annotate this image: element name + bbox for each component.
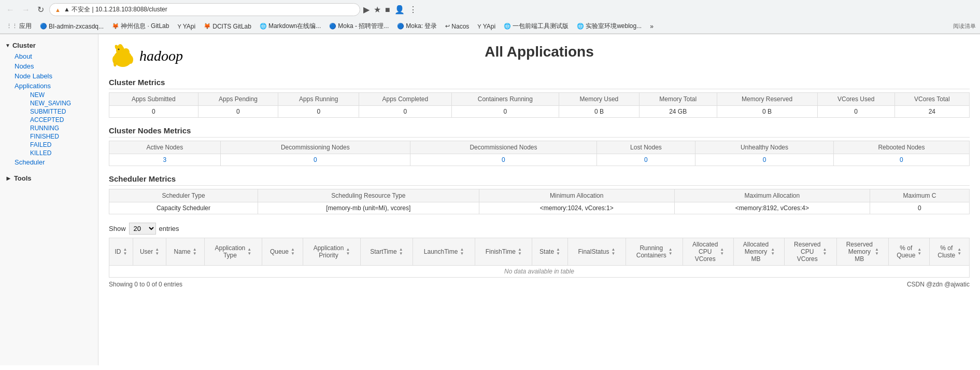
- bookmark-lab-weblog[interactable]: 🌐 实验室环境weblog...: [575, 21, 644, 32]
- sidebar-sublink-failed[interactable]: FAILED: [25, 141, 98, 149]
- th-running-containers[interactable]: RunningContainers▲▼: [626, 238, 683, 266]
- sidebar-tools-header[interactable]: ► Tools: [0, 172, 98, 184]
- th-application-type[interactable]: ApplicationType▲▼: [204, 238, 262, 266]
- bi-icon: 🔵: [40, 23, 47, 30]
- sidebar-cluster-label: Cluster: [12, 42, 36, 49]
- th-user[interactable]: User▲▼: [133, 238, 166, 266]
- th-id[interactable]: ID▲▼: [109, 238, 133, 266]
- cluster-nodes-metrics-wrapper: Active Nodes Decommissioning Nodes Decom…: [109, 141, 970, 169]
- th-state[interactable]: State▲▼: [532, 238, 567, 266]
- nacos-icon: ↩: [445, 23, 450, 30]
- more-bookmarks-label: »: [650, 23, 654, 30]
- applications-table-wrapper: ID▲▼ User▲▼ Name▲▼ ApplicationType▲▼ Que: [109, 238, 970, 278]
- sidebar-sublink-finished[interactable]: FINISHED: [25, 132, 98, 141]
- th-maximum-allocation: Maximum Allocation: [674, 189, 870, 202]
- forward-button[interactable]: →: [20, 4, 32, 16]
- header-area: hadoop All Applications: [109, 39, 970, 73]
- lost-nodes-link[interactable]: 0: [644, 156, 648, 163]
- th-active-nodes: Active Nodes: [109, 141, 221, 154]
- td-minimum-allocation: <memory:1024, vCores:1>: [479, 202, 674, 214]
- decommissioning-nodes-link[interactable]: 0: [314, 156, 317, 163]
- menu-icon[interactable]: ⋮: [409, 5, 417, 15]
- th-pct-cluster[interactable]: % ofCluste▲▼: [930, 238, 970, 266]
- bookmark-apps[interactable]: ⋮⋮ 应用: [4, 21, 34, 32]
- sidebar-link-applications[interactable]: Applications: [9, 81, 98, 91]
- sidebar-sublink-accepted[interactable]: ACCEPTED: [25, 116, 98, 124]
- th-finish-time[interactable]: FinishTime▲▼: [475, 238, 532, 266]
- security-icon: ▲: [55, 7, 61, 13]
- reload-button[interactable]: ↻: [35, 4, 46, 16]
- bookmarks-bar: ⋮⋮ 应用 🔵 BI-admin-zxcasdq... 🦊 神州信息 · Git…: [0, 19, 980, 34]
- cast-icon[interactable]: ▶: [363, 5, 370, 15]
- th-apps-completed: Apps Completed: [359, 93, 451, 106]
- td-memory-reserved: 0 B: [717, 106, 817, 118]
- th-queue[interactable]: Queue▲▼: [262, 238, 303, 266]
- profile-icon[interactable]: 👤: [394, 5, 405, 15]
- tools-arrow-icon: ►: [5, 174, 12, 182]
- scheduler-metrics-wrapper: Scheduler Type Scheduling Resource Type …: [109, 189, 970, 217]
- th-reserved-cpu-vcores[interactable]: ReservedCPUVCores▲▼: [784, 238, 836, 266]
- th-application-priority[interactable]: ApplicationPriority▲▼: [303, 238, 361, 266]
- sidebar-sublink-killed[interactable]: KILLED: [25, 149, 98, 157]
- th-allocated-memory-mb[interactable]: AllocatedMemoryMB▲▼: [734, 238, 785, 266]
- bookmark-yapi1[interactable]: Y YApi: [175, 22, 197, 31]
- browser-toolbar: ← → ↻ ▲ ▲ 不安全 | 10.1.218.103:8088/cluste…: [0, 0, 980, 19]
- show-entries: Show 10 20 50 100 entries: [109, 223, 970, 235]
- sidebar-link-nodes[interactable]: Nodes: [9, 61, 98, 71]
- rebooted-nodes-link[interactable]: 0: [900, 156, 903, 163]
- bookmark-markdown[interactable]: 🌐 Markdown在线编...: [258, 21, 323, 32]
- td-active-nodes: 3: [109, 154, 221, 166]
- reader-mode-icon[interactable]: 阅读清单: [953, 22, 976, 30]
- th-start-time[interactable]: StartTime▲▼: [360, 238, 413, 266]
- bookmark-dcits[interactable]: 🦊 DCITS GitLab: [202, 22, 253, 31]
- th-name[interactable]: Name▲▼: [166, 238, 205, 266]
- bookmark-icon[interactable]: ★: [374, 5, 381, 15]
- th-reserved-memory-mb[interactable]: ReservedMemoryMB▲▼: [836, 238, 889, 266]
- bookmark-frontend-tools-label: 一包前端工具测试版: [513, 22, 569, 31]
- sidebar-link-scheduler[interactable]: Scheduler: [9, 157, 98, 167]
- th-allocated-cpu-vcores[interactable]: AllocatedCPUVCores▲▼: [683, 238, 734, 266]
- sidebar-sublink-running[interactable]: RUNNING: [25, 124, 98, 132]
- td-vcores-total: 24: [894, 106, 969, 118]
- sidebar-sublink-submitted[interactable]: SUBMITTED: [25, 107, 98, 116]
- th-apps-submitted: Apps Submitted: [109, 93, 198, 106]
- bookmark-moka-login[interactable]: 🔵 Moka: 登录: [395, 21, 439, 32]
- sidebar-sublink-new[interactable]: NEW: [25, 91, 98, 99]
- url-text: ▲ 不安全 | 10.1.218.103:8088/cluster: [64, 5, 354, 14]
- extensions-icon[interactable]: ■: [385, 5, 390, 15]
- cluster-arrow-icon: ▼: [5, 43, 10, 48]
- th-launch-time[interactable]: LaunchTime▲▼: [413, 238, 475, 266]
- th-vcores-total: VCores Total: [894, 93, 969, 106]
- sidebar-cluster-header[interactable]: ▼ Cluster: [0, 39, 98, 51]
- sidebar-link-about[interactable]: About: [9, 51, 98, 61]
- apps-icon: ⋮⋮: [6, 23, 18, 30]
- td-scheduler-type: Capacity Scheduler: [109, 202, 258, 214]
- sidebar-sublink-new-saving[interactable]: NEW_SAVING: [25, 99, 98, 107]
- bookmark-gitlab[interactable]: 🦊 神州信息 · GitLab: [110, 21, 171, 32]
- bookmark-frontend-tools[interactable]: 🌐 一包前端工具测试版: [502, 21, 571, 32]
- decommissioned-nodes-link[interactable]: 0: [502, 156, 505, 163]
- address-bar[interactable]: ▲ ▲ 不安全 | 10.1.218.103:8088/cluster: [49, 3, 360, 16]
- unhealthy-nodes-link[interactable]: 0: [763, 156, 766, 163]
- cluster-nodes-metrics-table: Active Nodes Decommissioning Nodes Decom…: [109, 141, 970, 166]
- th-memory-used: Memory Used: [559, 93, 640, 106]
- watermark-text: CSDN @zdn @ajwatic: [907, 281, 970, 288]
- th-memory-total: Memory Total: [639, 93, 717, 106]
- bookmark-yapi2[interactable]: Y YApi: [475, 22, 498, 31]
- th-apps-pending: Apps Pending: [198, 93, 278, 106]
- sidebar-link-node-labels[interactable]: Node Labels: [9, 71, 98, 81]
- active-nodes-link[interactable]: 3: [163, 156, 166, 163]
- back-button[interactable]: ←: [4, 4, 17, 16]
- cluster-metrics-row: 0 0 0 0 0 0 B 24 GB 0 B 0 24: [109, 106, 970, 118]
- bookmark-yapi1-label: YApi: [183, 23, 195, 30]
- bookmark-bi-admin[interactable]: 🔵 BI-admin-zxcasdq...: [38, 22, 106, 31]
- bookmark-moka-recruit[interactable]: 🔵 Moka - 招聘管理...: [327, 21, 391, 32]
- bookmark-more[interactable]: »: [648, 22, 656, 31]
- bookmark-yapi2-label: YApi: [483, 23, 495, 30]
- th-final-status[interactable]: FinalStatus▲▼: [567, 238, 626, 266]
- svg-point-4: [122, 48, 130, 57]
- th-pct-queue[interactable]: % ofQueue▲▼: [889, 238, 930, 266]
- entries-select[interactable]: 10 20 50 100: [129, 223, 156, 235]
- bookmark-nacos[interactable]: ↩ Nacos: [443, 22, 471, 31]
- td-maximum-c: 0: [870, 202, 969, 214]
